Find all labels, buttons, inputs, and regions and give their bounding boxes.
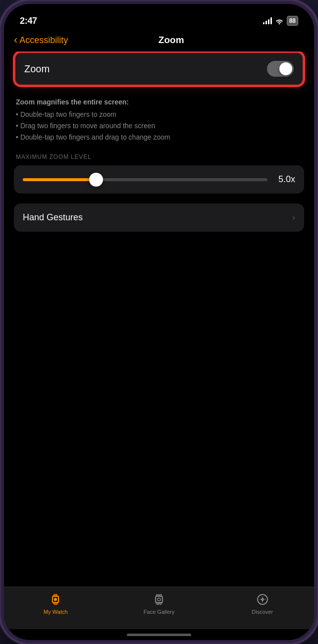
nav-bar: ‹ Accessibility Zoom <box>4 31 314 51</box>
zoom-toggle-row[interactable]: Zoom <box>14 51 304 86</box>
battery-icon: 88 <box>287 16 298 26</box>
slider-fill <box>23 178 96 181</box>
zoom-toggle-container: Zoom <box>14 51 304 86</box>
zoom-description: Zoom magnifies the entire screen: • Doub… <box>14 94 304 153</box>
phone-frame: 2:47 88 ‹ Accessibility Zoom <box>0 0 318 644</box>
tab-face-gallery-label: Face Gallery <box>144 609 174 615</box>
signal-bars-icon <box>263 17 272 24</box>
zoom-bullet-1: • Double-tap two fingers to zoom <box>16 109 302 120</box>
discover-icon <box>255 592 270 607</box>
home-bar <box>127 634 191 636</box>
content-area: Zoom Zoom magnifies the entire screen: •… <box>4 51 314 587</box>
dynamic-island <box>129 11 189 28</box>
back-button[interactable]: ‹ Accessibility <box>14 35 68 46</box>
zoom-bullet-3: • Double-tap two fingers and drag to cha… <box>16 132 302 143</box>
svg-point-3 <box>54 598 57 601</box>
back-label: Accessibility <box>19 35 68 46</box>
slider-section-label: MAXIMUM ZOOM LEVEL <box>14 153 304 160</box>
svg-rect-4 <box>156 596 162 603</box>
slider-container: 5.0x <box>14 165 304 194</box>
zoom-description-title: Zoom magnifies the entire screen: <box>16 97 302 107</box>
battery-level: 88 <box>289 17 296 24</box>
tab-discover[interactable]: Discover <box>211 592 314 615</box>
tab-face-gallery[interactable]: Face Gallery <box>107 592 211 615</box>
tab-my-watch[interactable]: My Watch <box>4 592 107 615</box>
page-title: Zoom <box>68 35 274 46</box>
tab-discover-label: Discover <box>252 609 273 615</box>
zoom-bullet-2: • Drag two fingers to move around the sc… <box>16 121 302 131</box>
my-watch-icon <box>48 592 63 607</box>
toggle-knob <box>279 62 292 75</box>
slider-thumb[interactable] <box>89 173 103 187</box>
wifi-icon <box>275 18 284 24</box>
status-time: 2:47 <box>20 16 37 26</box>
chevron-right-icon: › <box>292 212 295 223</box>
status-icons: 88 <box>263 16 298 26</box>
tab-my-watch-label: My Watch <box>44 609 68 615</box>
hand-gestures-label: Hand Gestures <box>23 212 83 223</box>
tab-bar: My Watch Face Gallery <box>4 587 314 629</box>
home-indicator <box>4 629 314 640</box>
svg-point-9 <box>158 598 160 601</box>
hand-gestures-row[interactable]: Hand Gestures › <box>14 203 304 232</box>
back-chevron-icon: ‹ <box>14 35 17 46</box>
zoom-level-section: MAXIMUM ZOOM LEVEL 5.0x <box>14 153 304 194</box>
zoom-toggle-label: Zoom <box>24 63 50 75</box>
svg-marker-11 <box>259 596 266 602</box>
slider-value: 5.0x <box>274 174 295 185</box>
face-gallery-icon <box>152 592 166 607</box>
zoom-toggle-switch[interactable] <box>267 61 294 77</box>
screen: 2:47 88 ‹ Accessibility Zoom <box>4 4 314 640</box>
slider-track[interactable] <box>23 178 267 181</box>
